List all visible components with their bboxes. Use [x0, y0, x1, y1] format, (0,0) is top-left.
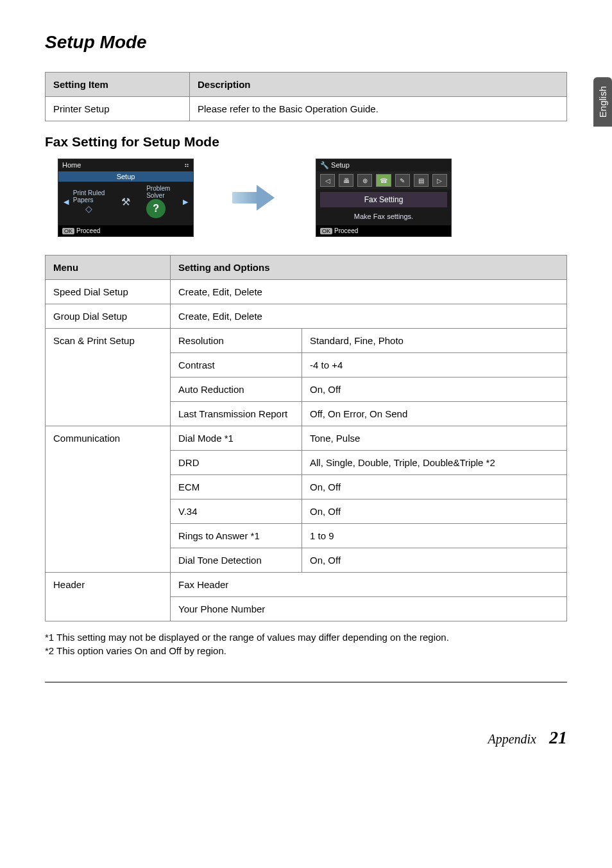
t2-cm-2-0: ECM: [171, 475, 302, 499]
t2-cm-5-1: On, Off: [302, 548, 567, 573]
page-footer: Appendix 21: [45, 721, 567, 748]
t2-hd-1: Your Phone Number: [171, 597, 567, 621]
lcd1-home: Home: [62, 161, 81, 169]
t2-speed-dial-opts: Create, Edit, Delete: [171, 280, 567, 304]
t2-cm-4-1: 1 to 9: [302, 524, 567, 548]
footer-page-number: 21: [549, 727, 567, 748]
t2-header-1: Setting and Options: [171, 256, 567, 280]
t2-cm-2-1: On, Off: [302, 475, 567, 499]
lcd2-subtext: Make Fax settings.: [316, 210, 451, 223]
chevron-left-icon: ◀: [64, 198, 69, 206]
t2-cm-4-0: Rings to Answer *1: [171, 524, 302, 548]
t1-header-0: Setting Item: [46, 73, 190, 97]
t2-header-menu: Header: [46, 573, 171, 621]
settings-table-2: Menu Setting and Options Speed Dial Setu…: [45, 255, 567, 621]
network-icon: ⠶: [184, 161, 189, 169]
settings-table-1: Setting Item Description Printer Setup P…: [45, 72, 567, 121]
t2-cm-3-1: On, Off: [302, 499, 567, 524]
lcd1-setup-label: Setup: [58, 171, 193, 182]
printer-icon: 🖶: [339, 174, 353, 187]
t2-sp-2-0: Auto Reduction: [171, 378, 302, 402]
fax-icon: ☎: [376, 174, 391, 187]
lcd-home-setup: Home ⠶ Setup ◀ Print RuledPapers ◇ ⚒ Pro…: [58, 159, 194, 237]
footnote-1: *1 This setting may not be displayed or …: [45, 632, 567, 643]
subtitle: Fax Setting for Setup Mode: [45, 134, 567, 150]
lcd1-tile-print-ruled: Print RuledPapers ◇: [73, 189, 105, 214]
lcd1-tile-problem-solver: ProblemSolver ?: [146, 185, 178, 218]
page-title: Setup Mode: [45, 32, 567, 53]
nav-left-icon: ◁: [320, 174, 335, 187]
t2-hd-0: Fax Header: [171, 573, 567, 597]
t1-header-1: Description: [190, 73, 567, 97]
t2-comm-menu: Communication: [46, 426, 171, 573]
chevron-right-icon: ▶: [183, 198, 188, 206]
t2-cm-3-0: V.34: [171, 499, 302, 524]
lcd2-band: Fax Setting: [320, 192, 447, 207]
footnote-2: *2 This option varies On and Off by regi…: [45, 645, 567, 656]
lcd1-proceed: Proceed: [76, 227, 100, 234]
t2-cm-0-1: Tone, Pulse: [302, 426, 567, 451]
t2-cm-1-0: DRD: [171, 451, 302, 475]
t2-speed-dial-menu: Speed Dial Setup: [46, 280, 171, 304]
wrench-icon: 🔧: [320, 161, 329, 169]
t2-scanprint-menu: Scan & Print Setup: [46, 329, 171, 426]
network2-icon: ⊕: [357, 174, 372, 187]
ok-badge: OK: [62, 228, 74, 234]
t2-cm-0-0: Dial Mode *1: [171, 426, 302, 451]
t2-sp-0-1: Standard, Fine, Photo: [302, 329, 567, 353]
side-tab-english: English: [593, 77, 612, 126]
tool-icon: ✎: [395, 174, 410, 187]
t2-sp-1-1: -4 to +4: [302, 353, 567, 378]
t2-cm-5-0: Dial Tone Detection: [171, 548, 302, 573]
t2-sp-3-0: Last Transmission Report: [171, 402, 302, 426]
t2-header-0: Menu: [46, 256, 171, 280]
device-icon: ▤: [414, 174, 429, 187]
t2-sp-0-0: Resolution: [171, 329, 302, 353]
lcd2-proceed: Proceed: [334, 227, 358, 234]
t2-sp-1-0: Contrast: [171, 353, 302, 378]
lcd2-title: Setup: [331, 161, 350, 169]
t1-r0-c0: Printer Setup: [46, 97, 190, 121]
lcd1-tile-middle: ⚒: [110, 196, 142, 208]
t2-group-dial-opts: Create, Edit, Delete: [171, 304, 567, 329]
lcd-row: Home ⠶ Setup ◀ Print RuledPapers ◇ ⚒ Pro…: [58, 159, 567, 237]
nav-right-icon: ▷: [432, 174, 447, 187]
t1-r0-c1: Please refer to the Basic Operation Guid…: [190, 97, 567, 121]
footer-section: Appendix: [488, 732, 536, 747]
arrow-right-icon: [232, 182, 277, 214]
ok-badge-2: OK: [320, 228, 332, 234]
lcd2-icon-row: ◁ 🖶 ⊕ ☎ ✎ ▤ ▷: [316, 171, 451, 189]
t2-sp-3-1: Off, On Error, On Send: [302, 402, 567, 426]
t2-cm-1-1: All, Single, Double, Triple, Double&Trip…: [302, 451, 567, 475]
lcd-fax-setting: 🔧 Setup ◁ 🖶 ⊕ ☎ ✎ ▤ ▷ Fax Setting Make F…: [316, 159, 452, 237]
t2-sp-2-1: On, Off: [302, 378, 567, 402]
t2-group-dial-menu: Group Dial Setup: [46, 304, 171, 329]
question-icon: ?: [146, 199, 166, 218]
